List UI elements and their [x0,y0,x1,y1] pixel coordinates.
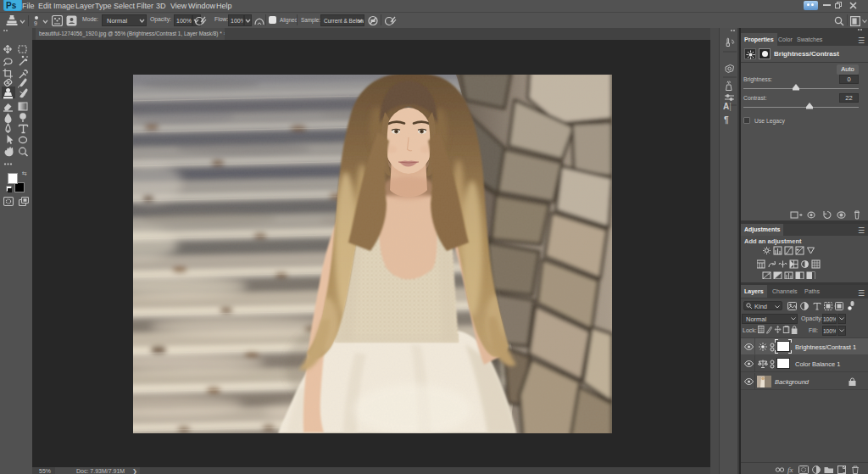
svg-text:Ps: Ps [6,1,17,10]
svg-text:fx: fx [787,466,793,474]
